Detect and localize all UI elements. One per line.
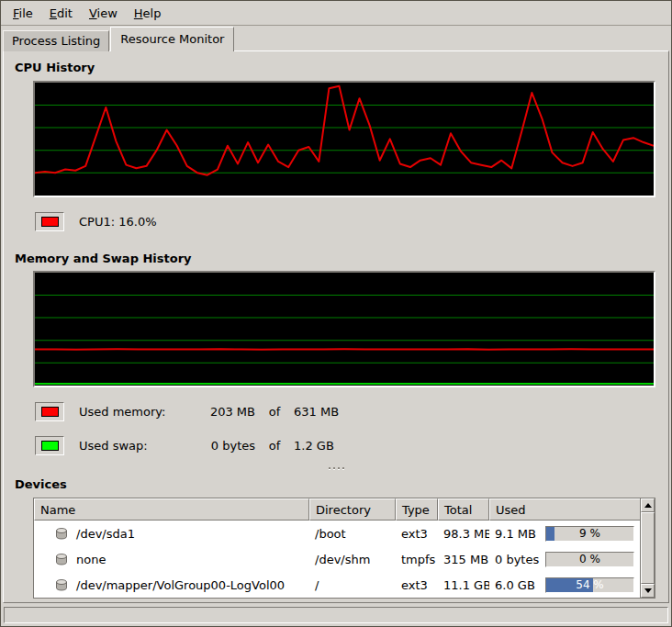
device-row[interactable]: /dev/sda1 /boot ext3 98.3 MB 9.1 MB 9 %	[34, 521, 640, 546]
memory-of-word: of	[255, 405, 294, 419]
device-name-cell: none	[34, 546, 309, 572]
device-row[interactable]: /dev/mapper/VolGroup00-LogVol00 / ext3 1…	[34, 572, 640, 598]
column-header-name[interactable]: Name	[34, 498, 309, 521]
menu-edit[interactable]: Edit	[41, 3, 81, 24]
device-name: /dev/mapper/VolGroup00-LogVol00	[76, 578, 285, 592]
memory-used-value: 203 MB	[191, 405, 255, 419]
scroll-up-button[interactable]	[641, 498, 655, 512]
device-name-cell: /dev/mapper/VolGroup00-LogVol00	[34, 572, 309, 598]
scroll-down-button[interactable]	[641, 584, 655, 598]
device-directory: /	[309, 572, 396, 598]
memory-legend-row: Used memory: 203 MB of 631 MB	[35, 402, 657, 421]
cpu-history-title: CPU History	[15, 61, 657, 75]
tab-resource-monitor[interactable]: Resource Monitor	[110, 27, 234, 51]
device-total: 98.3 MB	[438, 521, 489, 546]
swap-used-value: 0 bytes	[191, 439, 255, 453]
swap-legend-swatch	[41, 441, 59, 451]
tab-process-listing[interactable]: Process Listing	[3, 30, 109, 51]
swap-of-word: of	[255, 439, 294, 453]
scroll-up-icon	[644, 503, 652, 508]
drive-icon	[54, 526, 69, 541]
usage-progressbar: 54 %	[545, 577, 634, 593]
swap-total-value: 1.2 GB	[294, 439, 334, 453]
menu-help[interactable]: Help	[126, 3, 170, 24]
tabbar: Process Listing Resource Monitor	[1, 26, 671, 50]
memory-legend-swatch-frame	[35, 402, 64, 421]
swap-legend-swatch-frame	[35, 436, 64, 455]
device-row[interactable]: none /dev/shm tmpfs 315 MB 0 bytes 0 %	[34, 546, 640, 572]
resource-monitor-page: CPU History CPU1: 16.0% Memory and Swap …	[3, 50, 669, 603]
cpu-legend-swatch-frame	[35, 212, 64, 231]
statusbar	[4, 607, 668, 623]
memory-history-title: Memory and Swap History	[15, 252, 657, 266]
cpu-history-graph	[33, 81, 655, 197]
drive-icon	[54, 577, 69, 592]
device-name: /dev/sda1	[76, 527, 135, 541]
device-used-cell: 0 bytes 0 %	[489, 546, 640, 572]
device-name: none	[76, 553, 106, 566]
usage-percent-label: 9 %	[546, 527, 633, 541]
column-header-total[interactable]: Total	[438, 498, 489, 521]
menu-view[interactable]: View	[81, 3, 126, 24]
pane-resize-handle[interactable]	[15, 465, 657, 472]
device-used: 0 bytes	[495, 553, 539, 566]
device-used-cell: 6.0 GB 54 %	[489, 572, 640, 598]
device-type: ext3	[396, 572, 438, 598]
device-directory: /dev/shm	[309, 546, 396, 572]
swap-legend-label: Used swap:	[79, 439, 191, 453]
devices-header-row: Name Directory Type Total Used	[34, 498, 640, 521]
usage-percent-label: 0 %	[546, 553, 633, 566]
device-used: 6.0 GB	[495, 578, 535, 592]
menubar: File Edit View Help	[1, 1, 671, 26]
column-header-used[interactable]: Used	[489, 498, 640, 521]
usage-progressbar: 0 %	[545, 552, 634, 567]
cpu-legend-label: CPU1: 16.0%	[79, 215, 157, 229]
column-header-directory[interactable]: Directory	[309, 498, 396, 521]
drive-icon	[54, 552, 69, 566]
device-total: 315 MB	[438, 546, 489, 572]
usage-progressbar: 9 %	[545, 526, 634, 542]
vertical-scrollbar[interactable]	[641, 498, 655, 599]
memory-total-value: 631 MB	[294, 405, 339, 419]
scroll-down-icon	[644, 588, 652, 593]
cpu-legend-swatch	[41, 217, 59, 227]
devices-table: Name Directory Type Total Used /dev/sda1	[33, 498, 655, 599]
device-name-cell: /dev/sda1	[34, 521, 309, 546]
device-used-cell: 9.1 MB 9 %	[489, 521, 640, 546]
devices-tree: Name Directory Type Total Used /dev/sda1	[33, 498, 641, 599]
swap-legend-row: Used swap: 0 bytes of 1.2 GB	[35, 436, 657, 455]
device-directory: /boot	[309, 521, 396, 546]
device-type: tmpfs	[396, 546, 438, 572]
cpu-legend-row: CPU1: 16.0%	[35, 212, 657, 231]
memory-legend-swatch	[41, 407, 59, 417]
device-type: ext3	[396, 521, 438, 546]
device-used: 9.1 MB	[495, 527, 536, 541]
app-window: File Edit View Help Process Listing Reso…	[0, 0, 672, 627]
memory-history-graph	[33, 271, 655, 387]
device-total: 11.1 GB	[438, 572, 489, 598]
memory-history-chart	[35, 273, 654, 386]
usage-percent-label: 54 %	[546, 578, 633, 592]
scrollbar-thumb[interactable]	[641, 512, 655, 584]
memory-legend-label: Used memory:	[79, 405, 191, 419]
menu-file[interactable]: File	[5, 3, 41, 24]
column-header-type[interactable]: Type	[396, 498, 438, 521]
cpu-history-chart	[35, 83, 654, 196]
devices-title: Devices	[15, 477, 657, 492]
